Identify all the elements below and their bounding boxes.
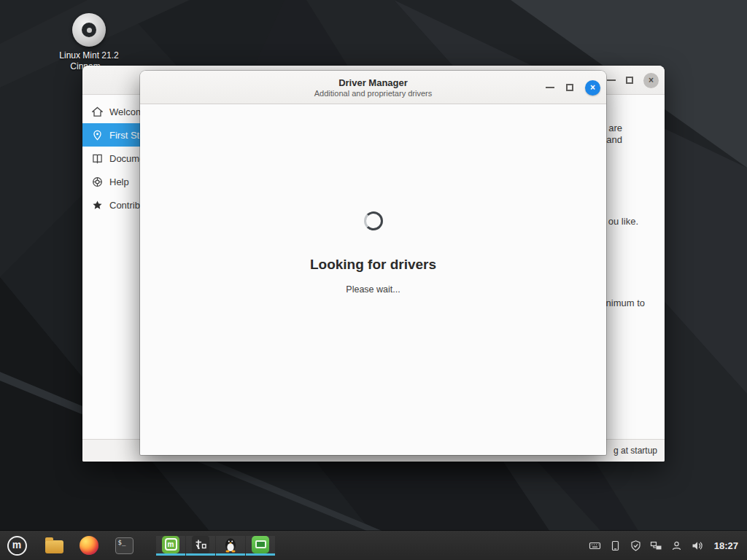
book-icon xyxy=(92,153,103,164)
users-icon[interactable] xyxy=(670,540,683,552)
mint-logo-icon: m xyxy=(162,536,179,553)
input-method-icon xyxy=(192,536,209,553)
driver-manager-window: Driver Manager Additional and proprietar… xyxy=(140,71,606,455)
taskbar-window-welcome[interactable]: m xyxy=(156,536,185,556)
window-title: Driver Manager xyxy=(338,77,408,88)
firefox-launcher[interactable] xyxy=(79,535,99,556)
network-icon[interactable] xyxy=(650,540,662,552)
welcome-text-fragment: nimum to xyxy=(606,298,645,308)
terminal-launcher[interactable]: $_ xyxy=(114,535,134,556)
folder-icon xyxy=(45,540,63,553)
driver-manager-content: Looking for drivers Please wait... xyxy=(140,105,606,455)
pin-icon xyxy=(92,130,103,141)
status-heading: Looking for drivers xyxy=(140,257,606,273)
keyboard-icon[interactable] xyxy=(589,540,601,552)
taskbar: m $_ m xyxy=(0,531,747,560)
taskbar-window-driver-manager[interactable] xyxy=(216,536,245,556)
startup-checkbox-label[interactable]: g at startup xyxy=(614,446,657,456)
maximize-icon[interactable] xyxy=(566,84,573,91)
window-list: m xyxy=(156,536,276,556)
close-icon[interactable]: × xyxy=(585,80,600,96)
minimize-icon[interactable] xyxy=(546,87,554,88)
menu-button[interactable]: m xyxy=(4,533,29,558)
maximize-icon[interactable] xyxy=(626,77,633,84)
mint-logo-icon: m xyxy=(7,536,27,556)
tux-penguin-icon xyxy=(222,536,239,553)
home-icon xyxy=(92,106,103,117)
status-subtext: Please wait... xyxy=(140,284,606,295)
desktop-icon-install-disc[interactable]: Linux Mint 21.2 Cinnam... xyxy=(53,13,125,72)
firefox-icon xyxy=(80,536,98,555)
star-icon xyxy=(92,200,103,211)
taskbar-window-green-app[interactable] xyxy=(246,536,275,556)
welcome-text-fragment: are xyxy=(608,122,622,133)
taskbar-window-input-method[interactable] xyxy=(186,536,215,556)
clipboard-icon[interactable] xyxy=(609,540,622,552)
window-subtitle: Additional and proprietary drivers xyxy=(314,89,432,98)
loading-spinner-icon xyxy=(364,211,383,230)
green-app-icon xyxy=(252,536,269,553)
driver-manager-titlebar[interactable]: Driver Manager Additional and proprietar… xyxy=(140,71,606,104)
welcome-text-fragment: ou like. xyxy=(608,216,638,227)
sidebar-item-label: Help xyxy=(109,176,129,187)
terminal-icon: $_ xyxy=(115,537,133,554)
desktop: Linux Mint 21.2 Cinnam... × Welcome Firs… xyxy=(0,0,747,560)
files-launcher[interactable] xyxy=(44,535,64,556)
lifebuoy-icon xyxy=(92,176,103,187)
volume-icon[interactable] xyxy=(691,540,703,552)
disc-icon xyxy=(72,13,106,47)
shield-icon[interactable] xyxy=(630,540,642,552)
minimize-icon[interactable] xyxy=(607,79,616,81)
close-icon[interactable]: × xyxy=(643,73,659,88)
clock[interactable]: 18:27 xyxy=(714,540,738,551)
